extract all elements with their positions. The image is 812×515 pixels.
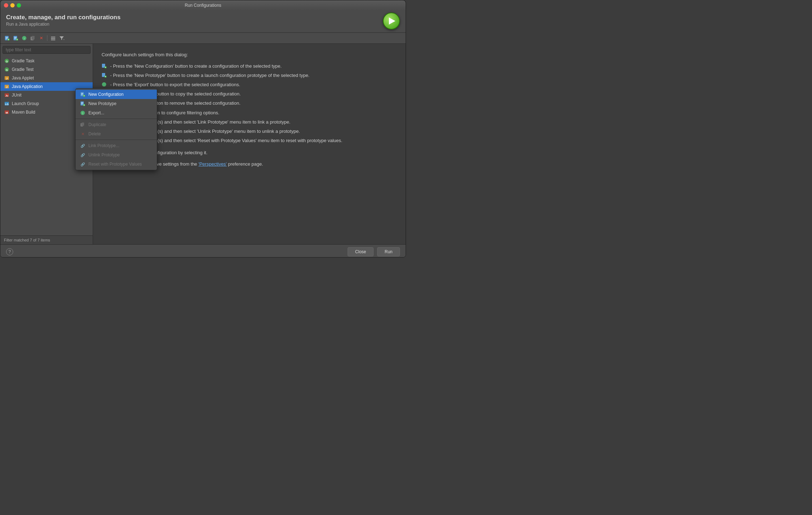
filter-status: Filter matched 7 of 7 items (4, 238, 50, 242)
svg-text:↑: ↑ (82, 111, 84, 115)
new-proto-icon (13, 36, 18, 41)
tree-item-gradle-task[interactable]: G Gradle Task (0, 57, 93, 65)
ctx-separator-2 (76, 140, 157, 140)
ctx-new-proto-icon (80, 101, 86, 106)
svg-rect-9 (14, 38, 16, 38)
export-icon: ↑ (22, 36, 27, 41)
context-menu: New Configuration New Prototype ↑ Export… (75, 88, 157, 170)
page-title: Create, manage, and run configurations (6, 14, 120, 21)
content-line-1-text: - Press the 'New Configuration' button t… (110, 62, 282, 70)
ctx-new-prototype[interactable]: New Prototype (76, 99, 157, 108)
svg-rect-10 (14, 38, 16, 39)
svg-rect-40 (81, 95, 82, 95)
svg-rect-38 (81, 93, 83, 94)
page-subtitle: Run a Java application (6, 22, 120, 27)
svg-rect-19 (51, 37, 55, 37)
ctx-export-icon: ↑ (80, 110, 86, 116)
collapse-toolbar-button[interactable] (49, 34, 57, 42)
gradle-task-label: Gradle Task (12, 58, 35, 63)
ctx-delete[interactable]: ✕ Delete (76, 129, 157, 139)
toolbar: ↑ ✕ ▼ (0, 33, 406, 44)
svg-text:▼: ▼ (63, 38, 64, 41)
svg-rect-3 (6, 38, 7, 39)
new-proto-toolbar-button[interactable] (12, 34, 20, 42)
svg-text:↑: ↑ (24, 37, 25, 40)
ctx-link-prototype[interactable]: 🔗 Link Prototype... (76, 141, 157, 150)
content-perspective-text-2: preference page. (227, 161, 263, 167)
export-toolbar-button[interactable]: ↑ (20, 34, 28, 42)
ctx-new-prototype-label: New Prototype (88, 101, 117, 106)
maven-build-label: Maven Build (12, 110, 35, 115)
ctx-new-configuration[interactable]: New Configuration (76, 90, 157, 99)
run-triangle-icon (389, 17, 395, 25)
ctx-link-proto-icon: 🔗 (80, 143, 86, 149)
window-title: Run Configurations (185, 3, 221, 8)
content-line-1: - Press the 'New Configuration' button t… (102, 62, 397, 70)
svg-point-67 (102, 82, 106, 87)
content-line-3-text: - Press the 'Export' button to export th… (110, 81, 240, 89)
svg-text:🔗: 🔗 (81, 144, 85, 148)
ctx-separator-1 (76, 119, 157, 119)
filter-input[interactable] (2, 46, 91, 54)
ctx-reset-prototype-label: Reset with Prototype Values (88, 162, 142, 167)
ctx-delete-label: Delete (88, 131, 101, 136)
java-application-label: Java Application (12, 84, 43, 89)
svg-text:✕: ✕ (40, 36, 43, 41)
ctx-reset-prototype[interactable]: 🔗 Reset with Prototype Values (76, 160, 157, 169)
perspectives-link[interactable]: 'Perspectives' (199, 161, 227, 167)
svg-rect-47 (81, 104, 82, 104)
svg-text:M: M (6, 111, 8, 114)
ctx-export-label: Export... (88, 110, 104, 115)
tree-item-java-applet[interactable]: J Java Applet (0, 74, 93, 82)
title-bar-buttons (4, 3, 21, 7)
header-left: Create, manage, and run configurations R… (6, 14, 120, 27)
close-window-button[interactable] (4, 3, 8, 7)
bottom-bar: ? Close Run (0, 244, 406, 258)
ctx-duplicate-icon (80, 122, 86, 128)
svg-rect-20 (51, 38, 55, 39)
ctx-unlink-prototype[interactable]: 🔗 Unlink Prototype (76, 150, 157, 160)
svg-text:LG: LG (5, 103, 9, 105)
duplicate-toolbar-button[interactable] (29, 34, 37, 42)
tree-item-gradle-test[interactable]: G Gradle Test (0, 65, 93, 74)
launch-group-label: Launch Group (12, 101, 39, 106)
help-label: ? (9, 249, 11, 254)
run-dialog-button[interactable]: Run (377, 247, 400, 256)
maven-build-icon: M (4, 109, 10, 115)
svg-rect-6 (8, 39, 9, 40)
minimize-window-button[interactable] (10, 3, 15, 7)
content-export-icon (102, 82, 107, 87)
ctx-new-config-icon (80, 92, 86, 97)
maximize-window-button[interactable] (17, 3, 21, 7)
svg-text:J: J (6, 85, 7, 89)
ctx-duplicate[interactable]: Duplicate (76, 120, 157, 129)
ctx-export[interactable]: ↑ Export... (76, 108, 157, 118)
filter-icon: ▼ (59, 36, 64, 41)
ctx-unlink-prototype-label: Unlink Prototype (88, 152, 120, 157)
filter-toolbar-button[interactable]: ▼ (58, 34, 66, 42)
svg-rect-54 (82, 123, 84, 126)
main-content: G Gradle Task G Gradle Test J Java Apple… (0, 44, 406, 244)
ctx-new-configuration-label: New Configuration (88, 92, 124, 97)
delete-toolbar-button[interactable]: ✕ (37, 34, 45, 42)
content-line-2: - Press the 'New Prototype' button to cr… (102, 72, 397, 79)
ctx-reset-proto-icon: 🔗 (80, 161, 86, 167)
svg-rect-17 (32, 36, 35, 40)
svg-text:🔗: 🔗 (81, 153, 85, 157)
java-applet-label: Java Applet (12, 76, 34, 80)
svg-text:✕: ✕ (81, 132, 84, 136)
run-button[interactable] (383, 12, 400, 30)
svg-rect-66 (105, 76, 106, 77)
svg-rect-39 (81, 94, 83, 94)
ctx-delete-icon: ✕ (80, 131, 86, 137)
svg-rect-50 (84, 105, 84, 105)
gradle-test-icon: G (4, 67, 10, 72)
delete-icon: ✕ (39, 36, 44, 41)
new-config-toolbar-button[interactable] (3, 34, 11, 42)
help-button[interactable]: ? (6, 248, 13, 255)
java-application-icon: J (4, 84, 10, 89)
close-button[interactable]: Close (348, 247, 374, 256)
junit-label: JUnit (12, 93, 21, 98)
svg-rect-62 (105, 67, 106, 68)
collapse-icon (51, 36, 56, 41)
